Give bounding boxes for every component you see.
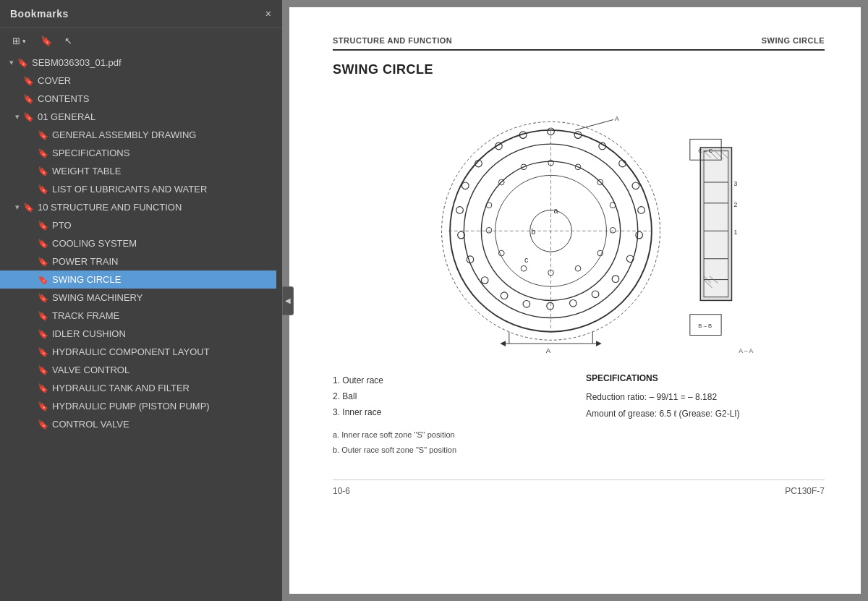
svg-point-22 — [461, 182, 469, 189]
bookmark-icon-swing-machinery: 🔖 — [38, 293, 48, 303]
item-label-structure: 10 STRUCTURE AND FUNCTION — [38, 202, 276, 213]
svg-point-8 — [632, 182, 639, 189]
svg-point-32 — [575, 265, 581, 271]
item-label-hydraulic-pump: HYDRAULIC PUMP (PISTON PUMP) — [52, 401, 276, 412]
svg-rect-52 — [704, 151, 728, 297]
tree-item-hydraulic-tank[interactable]: 🔖HYDRAULIC TANK AND FILTER — [0, 379, 282, 397]
svg-line-49 — [575, 119, 613, 129]
svg-point-9 — [638, 207, 645, 214]
dropdown-icon: ▾ — [22, 38, 26, 45]
cursor-indicator: ↖ — [64, 35, 72, 46]
svg-point-14 — [570, 299, 577, 307]
tree-item-hydraulic-component[interactable]: 🔖HYDRAULIC COMPONENT LAYOUT — [0, 343, 282, 361]
tree-item-control-valve[interactable]: 🔖CONTROL VALVE — [0, 415, 282, 433]
pdf-title: SWING CIRCLE — [333, 62, 825, 77]
tree-item-valve-control[interactable]: 🔖VALVE CONTROL — [0, 361, 282, 379]
tree-item-weight-table[interactable]: 🔖WEIGHT TABLE — [0, 162, 282, 180]
scrollbar-track — [276, 58, 282, 601]
item-label-general: 01 GENERAL — [38, 111, 276, 122]
tree-root-item[interactable]: ▾ 🔖 SEBM036303_01.pdf — [0, 54, 282, 72]
item-label-specifications: SPECIFICATIONS — [52, 148, 276, 158]
tree-container[interactable]: ▾ 🔖 SEBM036303_01.pdf 🔖COVER 🔖CONTENTS▾🔖… — [0, 54, 282, 601]
tree-item-general[interactable]: ▾🔖01 GENERAL — [0, 108, 282, 126]
svg-point-19 — [467, 256, 474, 263]
bookmarks-panel: Bookmarks × ⊞ ▾ 🔖 ↖ ▾ 🔖 SEBM036303_01.pd… — [0, 0, 282, 601]
tree-item-track-frame[interactable]: 🔖TRACK FRAME — [0, 307, 282, 325]
bookmark-icon-swing-circle: 🔖 — [38, 275, 48, 285]
tree-item-swing-circle[interactable]: 🔖SWING CIRCLE — [0, 270, 282, 289]
item-label-swing-circle: SWING CIRCLE — [52, 274, 276, 285]
pdf-specs-section: SPECIFICATIONS Reduction ratio: – 99/11 … — [586, 373, 825, 458]
tree-item-general-assembly[interactable]: 🔖GENERAL ASSEMBLY DRAWING — [0, 126, 282, 144]
pdf-diagram: a b c A ← A — [333, 92, 825, 356]
swing-circle-diagram: a b c A ← A — [398, 92, 760, 356]
item-label-general-assembly: GENERAL ASSEMBLY DRAWING — [52, 129, 276, 140]
tree-item-contents[interactable]: 🔖CONTENTS — [0, 90, 282, 108]
pdf-content-area: 1. Outer race2. Ball3. Inner race a. Inn… — [333, 373, 825, 458]
item-label-lubricants: LIST OF LUBRICANTS AND WATER — [52, 184, 276, 195]
view-options-button[interactable]: ⊞ ▾ — [7, 33, 31, 49]
svg-marker-76 — [596, 341, 602, 346]
root-label: SEBM036303_01.pdf — [32, 57, 276, 68]
tree-item-idler-cushion[interactable]: 🔖IDLER CUSHION — [0, 325, 282, 343]
pdf-header-left: STRUCTURE AND FUNCTION — [333, 36, 452, 45]
item-label-cover: COVER — [38, 75, 276, 86]
tree-item-structure[interactable]: ▾🔖10 STRUCTURE AND FUNCTION — [0, 198, 282, 216]
pdf-footer: 10-6 PC130F-7 — [333, 479, 825, 496]
pdf-parts-section: 1. Outer race2. Ball3. Inner race a. Inn… — [333, 373, 571, 458]
tree-item-cover[interactable]: 🔖COVER — [0, 72, 282, 90]
root-expand-icon: ▾ — [6, 58, 17, 67]
toolbar-row: ⊞ ▾ 🔖 ↖ — [0, 28, 282, 54]
close-panel-button[interactable]: × — [262, 6, 275, 22]
tree-item-specifications[interactable]: 🔖SPECIFICATIONS — [0, 144, 282, 162]
tree-item-swing-machinery[interactable]: 🔖SWING MACHINERY — [0, 289, 282, 307]
bookmark-icon-structure: 🔖 — [23, 203, 34, 213]
svg-point-11 — [626, 255, 634, 263]
grid-icon: ⊞ — [12, 35, 20, 46]
bookmark-icon-cover: 🔖 — [23, 76, 34, 86]
svg-text:2: 2 — [733, 201, 737, 208]
expand-icon-general: ▾ — [12, 112, 23, 122]
chevron-left-icon: ◀ — [285, 297, 291, 304]
tree-item-cooling[interactable]: 🔖COOLING SYSTEM — [0, 234, 282, 252]
bookmark-icon-valve-control: 🔖 — [38, 365, 48, 375]
item-label-hydraulic-component: HYDRAULIC COMPONENT LAYOUT — [52, 346, 276, 357]
part-item: 3. Inner race — [333, 405, 571, 421]
item-label-valve-control: VALVE CONTROL — [52, 365, 276, 375]
bookmark-icon: 🔖 — [41, 35, 52, 46]
pdf-header-right: SWING CIRCLE — [762, 36, 825, 45]
notes-list: a. Inner race soft zone "S" positionb. O… — [333, 427, 571, 458]
pdf-header: STRUCTURE AND FUNCTION SWING CIRCLE — [333, 36, 825, 51]
tree-item-hydraulic-pump[interactable]: 🔖HYDRAULIC PUMP (PISTON PUMP) — [0, 397, 282, 415]
svg-point-34 — [521, 265, 527, 271]
panel-title: Bookmarks — [10, 8, 69, 20]
bookmark-icon-cooling: 🔖 — [38, 239, 48, 249]
pdf-page[interactable]: STRUCTURE AND FUNCTION SWING CIRCLE SWIN… — [289, 7, 861, 594]
bookmark-icon-hydraulic-tank: 🔖 — [38, 383, 48, 393]
bookmark-icon-pto: 🔖 — [38, 221, 48, 231]
svg-point-15 — [547, 302, 554, 310]
bookmark-icon-hydraulic-component: 🔖 — [38, 347, 48, 357]
tree-item-power-train[interactable]: 🔖POWER TRAIN — [0, 252, 282, 270]
tree-items-container: 🔖COVER 🔖CONTENTS▾🔖01 GENERAL 🔖GENERAL AS… — [0, 72, 282, 433]
tree-item-lubricants[interactable]: 🔖LIST OF LUBRICANTS AND WATER — [0, 180, 282, 198]
bookmark-icon-contents: 🔖 — [23, 94, 34, 104]
bookmark-icon-specifications: 🔖 — [38, 148, 48, 158]
add-bookmark-button[interactable]: 🔖 — [35, 33, 57, 49]
part-item: 2. Ball — [333, 389, 571, 405]
svg-marker-75 — [500, 341, 506, 346]
header-buttons: × — [262, 6, 275, 22]
item-label-track-frame: TRACK FRAME — [52, 310, 276, 321]
panel-header: Bookmarks × — [0, 0, 282, 28]
item-label-power-train: POWER TRAIN — [52, 256, 276, 267]
collapse-panel-button[interactable]: ◀ — [282, 286, 294, 315]
bookmark-icon-track-frame: 🔖 — [38, 311, 48, 321]
svg-point-29 — [610, 203, 616, 208]
svg-point-21 — [456, 207, 464, 214]
bookmark-icon-general-assembly: 🔖 — [38, 130, 48, 140]
svg-text:C – C: C – C — [698, 148, 712, 154]
svg-text:b: b — [532, 227, 536, 236]
tree-item-pto[interactable]: 🔖PTO — [0, 216, 282, 234]
item-label-hydraulic-tank: HYDRAULIC TANK AND FILTER — [52, 383, 276, 393]
svg-point-10 — [636, 231, 643, 239]
